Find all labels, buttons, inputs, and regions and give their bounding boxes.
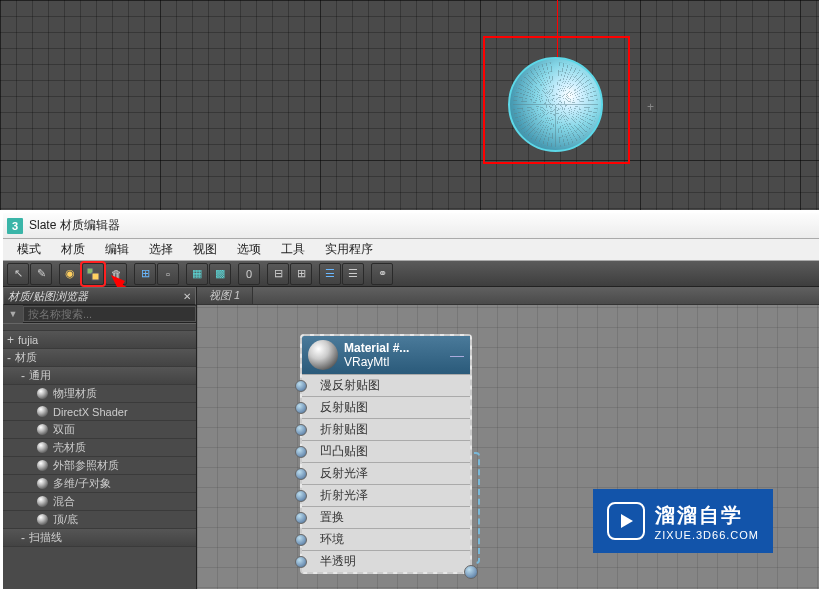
menu-select[interactable]: 选择 bbox=[139, 239, 183, 260]
tree-cutoff[interactable] bbox=[3, 323, 196, 331]
input-socket-icon[interactable] bbox=[295, 468, 307, 480]
tree-group-general[interactable]: -通用 bbox=[3, 367, 196, 385]
tree-item-blend[interactable]: 混合 bbox=[3, 493, 196, 511]
tree-item-shell[interactable]: 壳材质 bbox=[3, 439, 196, 457]
slot-translucent[interactable]: 半透明 bbox=[302, 550, 470, 572]
tool-node-icon[interactable]: ▫ bbox=[157, 263, 179, 285]
node-right-rail bbox=[474, 452, 480, 564]
material-tree: +fujia -材质 -通用 物理材质 DirectX Shader 双面 壳材… bbox=[3, 323, 196, 589]
output-socket-icon[interactable] bbox=[464, 565, 478, 579]
graph-tab-bar: 视图 1 bbox=[197, 287, 819, 305]
input-socket-icon[interactable] bbox=[295, 424, 307, 436]
watermark-text: 溜溜自学 bbox=[655, 502, 759, 529]
menu-tools[interactable]: 工具 bbox=[271, 239, 315, 260]
tool-zero-icon[interactable]: 0 bbox=[238, 263, 260, 285]
tree-group-fujia[interactable]: +fujia bbox=[3, 331, 196, 349]
menu-options[interactable]: 选项 bbox=[227, 239, 271, 260]
material-browser-panel: 材质/贴图浏览器 ✕ ▼ +fujia -材质 -通用 物理材质 DirectX… bbox=[3, 287, 197, 589]
tool-layout-h-icon[interactable]: ⊟ bbox=[267, 263, 289, 285]
browser-header[interactable]: 材质/贴图浏览器 ✕ bbox=[3, 287, 196, 305]
watermark: 溜溜自学 ZIXUE.3D66.COM bbox=[593, 489, 773, 553]
slot-displace[interactable]: 置换 bbox=[302, 506, 470, 528]
watermark-sub: ZIXUE.3D66.COM bbox=[655, 529, 759, 541]
slot-reflect[interactable]: 反射贴图 bbox=[302, 396, 470, 418]
menu-view[interactable]: 视图 bbox=[183, 239, 227, 260]
svg-rect-1 bbox=[92, 273, 99, 280]
search-input[interactable] bbox=[23, 306, 196, 322]
tree-group-material[interactable]: -材质 bbox=[3, 349, 196, 367]
tool-dropper-icon[interactable]: ✎ bbox=[30, 263, 52, 285]
input-socket-icon[interactable] bbox=[295, 380, 307, 392]
watermark-play-icon bbox=[607, 502, 645, 540]
menu-bar: 模式 材质 编辑 选择 视图 选项 工具 实用程序 bbox=[3, 239, 819, 261]
search-dropdown-icon[interactable]: ▼ bbox=[3, 305, 23, 323]
input-socket-icon[interactable] bbox=[295, 534, 307, 546]
sphere-object[interactable] bbox=[508, 57, 603, 152]
slot-refr-gloss[interactable]: 折射光泽 bbox=[302, 484, 470, 506]
input-socket-icon[interactable] bbox=[295, 556, 307, 568]
slot-diffuse[interactable]: 漫反射贴图 bbox=[302, 374, 470, 396]
tool-link-icon[interactable]: ⚭ bbox=[371, 263, 393, 285]
close-icon[interactable]: ✕ bbox=[183, 291, 191, 302]
material-node[interactable]: Material #... VRayMtl — 漫反射贴图 反射贴图 折射贴图 … bbox=[300, 334, 472, 574]
minimize-icon[interactable]: — bbox=[450, 347, 464, 363]
tree-item-xref[interactable]: 外部参照材质 bbox=[3, 457, 196, 475]
slot-refl-gloss[interactable]: 反射光泽 bbox=[302, 462, 470, 484]
tree-item-multisub[interactable]: 多维/子对象 bbox=[3, 475, 196, 493]
tool-put-icon[interactable]: ◉ bbox=[59, 263, 81, 285]
axis-cross: + bbox=[647, 100, 654, 114]
slot-bump[interactable]: 凹凸贴图 bbox=[302, 440, 470, 462]
tool-arrow-icon[interactable]: ↖ bbox=[7, 263, 29, 285]
tool-layout-v-icon[interactable]: ⊞ bbox=[290, 263, 312, 285]
material-type: VRayMtl bbox=[344, 355, 409, 369]
menu-material[interactable]: 材质 bbox=[51, 239, 95, 260]
input-socket-icon[interactable] bbox=[295, 402, 307, 414]
material-name: Material #... bbox=[344, 341, 409, 355]
material-preview-icon bbox=[308, 340, 338, 370]
menu-mode[interactable]: 模式 bbox=[7, 239, 51, 260]
slot-refract[interactable]: 折射贴图 bbox=[302, 418, 470, 440]
tool-hier-icon[interactable]: ⊞ bbox=[134, 263, 156, 285]
tree-group-scanline[interactable]: -扫描线 bbox=[3, 529, 196, 547]
tool-delete-icon[interactable]: 🗑 bbox=[105, 263, 127, 285]
menu-utilities[interactable]: 实用程序 bbox=[315, 239, 383, 260]
tree-item-doublesided[interactable]: 双面 bbox=[3, 421, 196, 439]
input-socket-icon[interactable] bbox=[295, 490, 307, 502]
svg-marker-4 bbox=[621, 514, 633, 528]
graph-tab[interactable]: 视图 1 bbox=[197, 287, 253, 304]
tree-item-directx[interactable]: DirectX Shader bbox=[3, 403, 196, 421]
tool-list1-icon[interactable]: ☰ bbox=[319, 263, 341, 285]
tree-item-physical[interactable]: 物理材质 bbox=[3, 385, 196, 403]
tool-list2-icon[interactable]: ☰ bbox=[342, 263, 364, 285]
window-title: Slate 材质编辑器 bbox=[29, 217, 120, 234]
input-socket-icon[interactable] bbox=[295, 446, 307, 458]
browser-title: 材质/贴图浏览器 bbox=[8, 289, 88, 304]
window-title-bar[interactable]: 3 Slate 材质编辑器 bbox=[3, 213, 819, 239]
tool-bg-icon[interactable]: ▦ bbox=[186, 263, 208, 285]
material-node-header[interactable]: Material #... VRayMtl — bbox=[302, 336, 470, 374]
tool-checker-icon[interactable]: ▩ bbox=[209, 263, 231, 285]
slot-env[interactable]: 环境 bbox=[302, 528, 470, 550]
menu-edit[interactable]: 编辑 bbox=[95, 239, 139, 260]
app-icon: 3 bbox=[7, 218, 23, 234]
tool-assign-icon[interactable] bbox=[82, 263, 104, 285]
toolbar: ↖ ✎ ◉ 🗑 ⊞ ▫ ▦ ▩ 0 ⊟ ⊞ ☰ ☰ ⚭ bbox=[3, 261, 819, 287]
tree-item-topbottom[interactable]: 顶/底 bbox=[3, 511, 196, 529]
input-socket-icon[interactable] bbox=[295, 512, 307, 524]
